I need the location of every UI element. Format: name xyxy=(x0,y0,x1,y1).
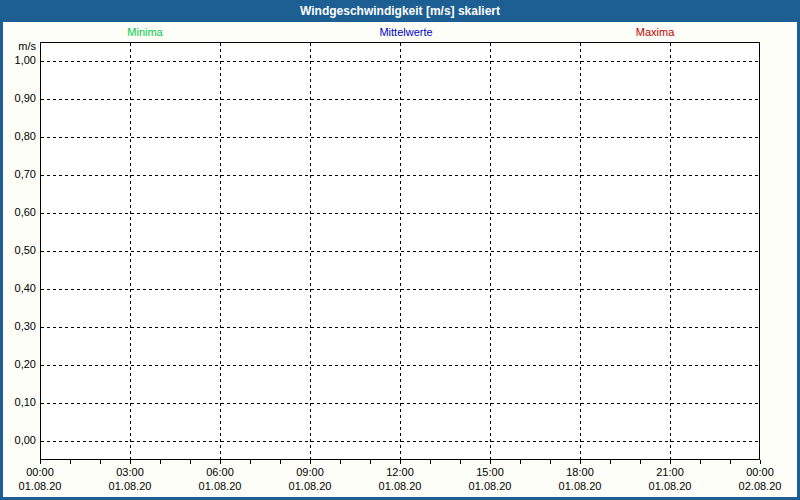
x-gridline xyxy=(220,43,221,459)
x-axis-tick xyxy=(340,460,341,464)
x-gridline xyxy=(400,43,401,459)
x-gridline xyxy=(490,43,491,459)
x-gridline xyxy=(310,43,311,459)
x-axis-tick xyxy=(460,460,461,464)
x-date-label: 01.08.20 xyxy=(649,480,692,492)
x-time-label: 00:00 xyxy=(26,466,54,478)
x-date-label: 01.08.20 xyxy=(199,480,242,492)
x-time-label: 00:00 xyxy=(746,466,774,478)
x-axis-tick xyxy=(40,460,41,464)
x-axis-tick xyxy=(130,460,131,464)
y-tick-label: 0,50 xyxy=(3,244,36,257)
y-tick-label: 0,10 xyxy=(3,396,36,409)
legend-item-maxima: Maxima xyxy=(636,26,675,39)
y-tick-label: 0,80 xyxy=(3,130,36,143)
y-tick-label: 0,40 xyxy=(3,282,36,295)
x-axis-tick xyxy=(280,460,281,464)
legend-item-mittelwerte: Mittelwerte xyxy=(379,26,432,39)
x-time-label: 18:00 xyxy=(566,466,594,478)
x-time-label: 09:00 xyxy=(296,466,324,478)
y-tick-label: 0,00 xyxy=(3,434,36,447)
x-axis-tick xyxy=(700,460,701,464)
x-axis-tick xyxy=(730,460,731,464)
y-tick-label: 0,70 xyxy=(3,168,36,181)
chart-title: Windgeschwindigkeit [m/s] skaliert xyxy=(300,4,500,18)
y-tick-label: 0,60 xyxy=(3,206,36,219)
x-gridline xyxy=(130,43,131,459)
x-date-label: 01.08.20 xyxy=(559,480,602,492)
x-axis-tick xyxy=(610,460,611,464)
x-axis-tick xyxy=(160,460,161,464)
chart-window: Windgeschwindigkeit [m/s] skaliert Minim… xyxy=(0,0,800,500)
y-axis-unit-label: m/s xyxy=(3,40,36,53)
x-axis-tick xyxy=(760,460,761,464)
x-axis-tick xyxy=(490,460,491,464)
x-axis-tick xyxy=(250,460,251,464)
x-date-label: 02.08.20 xyxy=(739,480,782,492)
y-tick-label: 0,20 xyxy=(3,358,36,371)
x-date-label: 01.08.20 xyxy=(19,480,62,492)
x-axis-tick xyxy=(520,460,521,464)
x-date-label: 01.08.20 xyxy=(469,480,512,492)
x-axis-tick xyxy=(220,460,221,464)
x-axis-tick xyxy=(670,460,671,464)
x-axis-tick xyxy=(400,460,401,464)
x-axis-tick xyxy=(100,460,101,464)
legend-item-minima: Minima xyxy=(127,26,162,39)
x-axis-tick xyxy=(640,460,641,464)
x-time-label: 12:00 xyxy=(386,466,414,478)
x-date-label: 01.08.20 xyxy=(379,480,422,492)
x-axis-tick xyxy=(430,460,431,464)
x-time-label: 03:00 xyxy=(116,466,144,478)
x-gridline xyxy=(580,43,581,459)
x-date-label: 01.08.20 xyxy=(289,480,332,492)
x-date-label: 01.08.20 xyxy=(109,480,152,492)
x-time-label: 06:00 xyxy=(206,466,234,478)
chart-content-area: Minima Mittelwerte Maxima m/s 1,000,900,… xyxy=(3,22,797,497)
y-tick-label: 0,30 xyxy=(3,320,36,333)
y-tick-label: 0,90 xyxy=(3,92,36,105)
x-axis-tick xyxy=(190,460,191,464)
chart-plot-area xyxy=(40,42,760,460)
x-axis-tick xyxy=(370,460,371,464)
y-tick-label: 1,00 xyxy=(3,54,36,67)
x-gridline xyxy=(670,43,671,459)
x-time-label: 21:00 xyxy=(656,466,684,478)
x-axis-tick xyxy=(580,460,581,464)
x-axis-tick xyxy=(550,460,551,464)
x-time-label: 15:00 xyxy=(476,466,504,478)
x-axis-tick xyxy=(310,460,311,464)
x-axis-tick xyxy=(70,460,71,464)
chart-title-bar: Windgeschwindigkeit [m/s] skaliert xyxy=(0,0,800,22)
